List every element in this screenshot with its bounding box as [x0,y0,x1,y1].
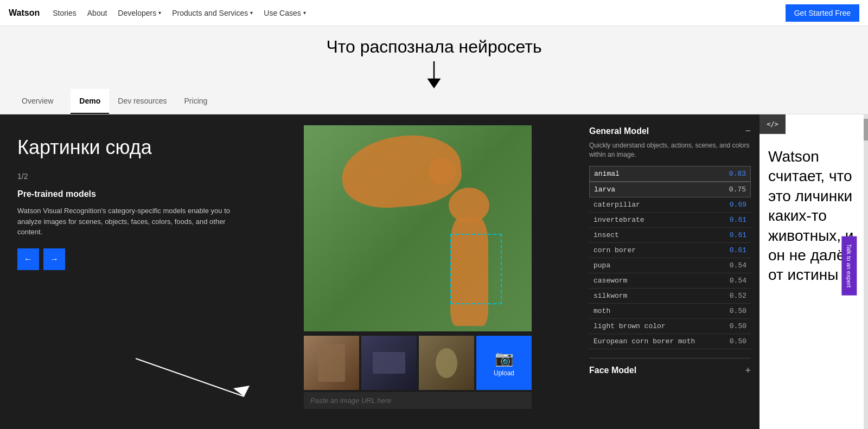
sub-nav: Overview Demo Dev resources Pricing [0,88,868,114]
result-row-pupa: pupa 0.54 [589,258,751,273]
nav-item-usecases[interactable]: Use Cases ▾ [264,9,305,17]
result-label: moth [593,307,610,315]
url-placeholder: Paste an image URL here [310,396,391,405]
result-row-light-brown: light brown color 0.50 [589,319,751,334]
upload-label: Upload [494,369,514,377]
talk-to-expert-button[interactable]: Talk to an expert [842,236,857,296]
svg-marker-3 [233,386,250,396]
thumbnail-row: 📷 Upload [304,336,532,390]
svg-marker-1 [427,79,441,88]
code-tag-button[interactable]: </> [760,114,786,134]
heading-title: Что распознала нейросеть [326,37,541,56]
face-model-expand-button[interactable]: + [745,365,751,376]
left-panel: Картинки сюда 1/2 Pre-trained models Wat… [0,114,255,429]
face-model-title: Face Model [589,366,636,375]
left-panel-title: Картинки сюда [17,136,238,159]
result-row-moth: moth 0.50 [589,304,751,319]
nav-item-developers[interactable]: Developers ▾ [118,9,161,17]
main-content: Картинки сюда 1/2 Pre-trained models Wat… [0,114,868,429]
navbar: Watson Stories About Developers ▾ Produc… [0,0,868,26]
left-panel-buttons: ← → [17,248,238,270]
result-score: 0.52 [730,292,746,300]
detection-box [450,234,502,304]
chevron-down-icon: ▾ [250,10,253,16]
tab-overview[interactable]: Overview [22,89,53,114]
upload-icon: 📷 [495,349,514,367]
result-row-highlighted: animal 0.83 [589,166,751,182]
scrollbar[interactable] [864,114,868,429]
left-panel-subtitle: Pre-trained models [17,189,238,199]
nav-item-about[interactable]: About [87,9,107,17]
get-started-button[interactable]: Get Started Free [786,4,859,22]
result-score: 0.54 [730,261,746,270]
chevron-down-icon: ▾ [303,10,306,16]
model-title: General Model [589,126,649,136]
result-score: 0.50 [730,322,746,330]
result-score: 0.50 [730,307,746,315]
result-row-insect: insect 0.61 [589,228,751,243]
result-score: 0.83 [729,170,746,178]
nav-brand[interactable]: Watson [9,8,40,18]
result-row-silkworm: silkworm 0.52 [589,289,751,304]
thumbnail-3[interactable] [419,336,474,390]
chevron-down-icon: ▾ [158,10,161,16]
tab-pricing[interactable]: Pricing [184,89,208,114]
main-image [304,125,532,331]
results-highlighted: animal 0.83 larva 0.75 caterpillar 0.69 … [589,166,751,349]
result-label: corn borer [593,246,636,254]
next-button[interactable]: → [43,248,65,270]
center-panel: 📷 Upload Paste an image URL here [255,114,580,429]
result-score: 0.75 [729,185,746,194]
result-label: animal [594,170,620,178]
thumbnail-1[interactable] [304,336,359,390]
face-model-header: Face Model + [589,358,751,376]
upload-button[interactable]: 📷 Upload [476,336,532,390]
result-score: 0.54 [730,277,746,285]
result-score: 0.69 [730,201,746,209]
result-label: light brown color [593,322,666,330]
heading-banner: Что распознала нейросеть [0,26,868,88]
result-label: larva [594,185,615,194]
result-score: 0.50 [730,337,746,345]
result-label: caterpillar [593,201,640,209]
right-panel: General Model − Quickly understand objec… [580,114,760,429]
url-input-bar: Paste an image URL here [304,392,532,409]
result-row-caterpillar: caterpillar 0.69 [589,197,751,213]
result-label: caseworm [593,277,627,285]
model-header: General Model − [589,125,751,137]
nav-item-products[interactable]: Products and Services ▾ [172,9,253,17]
tab-demo[interactable]: Demo [71,89,109,114]
cat-image [304,125,532,331]
result-score: 0.61 [730,231,746,239]
result-label: insect [593,231,619,239]
scrollbar-thumb[interactable] [864,119,868,140]
result-label: European corn borer moth [593,337,695,345]
result-row-european: European corn borer moth 0.50 [589,334,751,349]
result-row-highlighted-2: larva 0.75 [589,182,751,197]
left-panel-description: Watson Visual Recognition's category-spe… [17,206,238,238]
svg-line-2 [136,358,244,396]
tab-dev-resources[interactable]: Dev resources [118,89,167,114]
result-row-invertebrate: invertebrate 0.61 [589,213,751,228]
result-row-corn-borer: corn borer 0.61 [589,243,751,258]
result-row-caseworm: caseworm 0.54 [589,273,751,289]
model-description: Quickly understand objects, actions, sce… [589,141,751,159]
result-label: invertebrate [593,216,644,224]
far-right-panel: </> Watson считает, что это личинки каки… [760,114,868,429]
result-score: 0.61 [730,246,746,254]
prev-button[interactable]: ← [17,248,39,270]
result-score: 0.61 [730,216,746,224]
thumbnail-2[interactable] [361,336,417,390]
heading-arrow [0,61,868,88]
left-panel-counter: 1/2 [17,172,238,181]
model-toggle-button[interactable]: − [745,125,751,137]
nav-item-stories[interactable]: Stories [53,9,76,17]
result-label: pupa [593,261,610,270]
result-label: silkworm [593,292,627,300]
